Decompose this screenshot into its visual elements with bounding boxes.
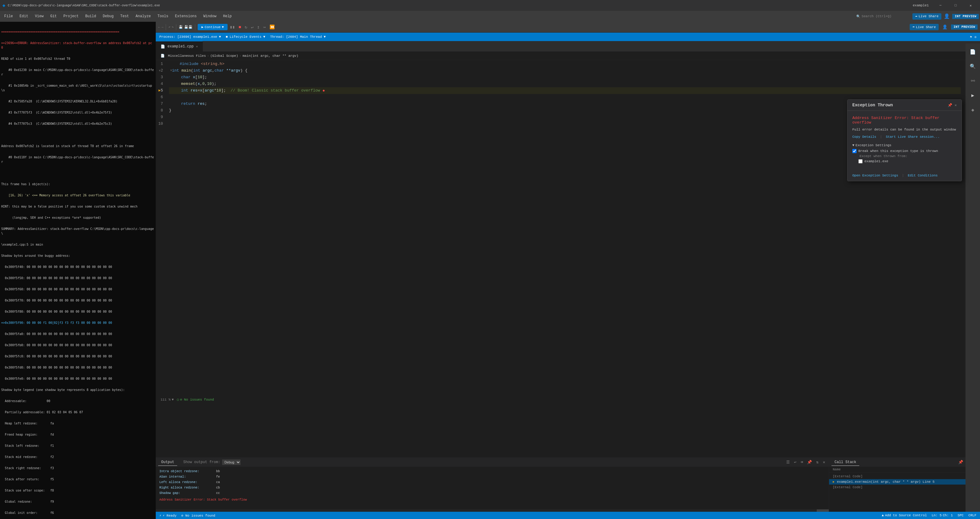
- breadcrumb-function[interactable]: main(int argc, char ** argv): [243, 54, 299, 58]
- menu-item-view[interactable]: View: [32, 13, 47, 20]
- menu-item-project[interactable]: Project: [60, 13, 81, 20]
- error-dot-icon: ●: [322, 87, 325, 94]
- code-line-7[interactable]: return res ;: [169, 101, 963, 107]
- back-icon[interactable]: ←: [158, 26, 160, 29]
- tab-close-button[interactable]: ✕: [196, 45, 198, 48]
- activity-debug-icon[interactable]: ▶: [967, 89, 979, 102]
- menu-item-tools[interactable]: Tools: [154, 13, 172, 20]
- code-line-10[interactable]: [169, 121, 963, 127]
- var-argv: **argv: [226, 67, 240, 74]
- callstack-row-external1[interactable]: [External Code]: [829, 474, 980, 479]
- redo-icon[interactable]: ↷: [172, 25, 174, 29]
- output-wrap-icon[interactable]: ↩: [793, 459, 798, 465]
- search-placeholder[interactable]: Search (Ctrl+Q): [862, 14, 892, 18]
- exception-settings-title[interactable]: ▼ Exception Settings: [852, 144, 957, 147]
- minimize-button[interactable]: ─: [934, 0, 947, 11]
- step-out-icon[interactable]: ↣: [262, 24, 267, 30]
- code-line-3[interactable]: char x [ 10 ];: [169, 74, 963, 81]
- lifecycle-selector[interactable]: ■ Lifecycle Events ▼: [226, 35, 265, 39]
- step-back-icon[interactable]: ⏪: [268, 24, 276, 30]
- code-line-6[interactable]: [169, 94, 963, 101]
- code-line-9[interactable]: [169, 114, 963, 121]
- lifecycle-dropdown-icon: ▼: [263, 35, 265, 39]
- bookmark-icon[interactable]: ⚑: [970, 35, 972, 39]
- stop-icon[interactable]: ■: [237, 24, 242, 30]
- close-button[interactable]: ✕: [964, 0, 978, 11]
- output-scroll-area[interactable]: [156, 509, 829, 512]
- activity-search-icon[interactable]: 🔍: [967, 61, 979, 72]
- pin-icon[interactable]: 📌: [948, 103, 952, 107]
- output-list-icon[interactable]: ☰: [785, 459, 791, 465]
- edit-conditions-link[interactable]: Edit Conditions: [908, 174, 938, 177]
- thread-selector[interactable]: Thread: [2604] Main Thread ▼: [270, 35, 326, 39]
- settings-debug-icon[interactable]: ⚙: [974, 35, 976, 39]
- output-tab[interactable]: Output: [158, 459, 177, 466]
- status-encoding[interactable]: CRLF: [969, 514, 976, 517]
- live-share-toolbar-icon: ➦: [913, 25, 915, 29]
- callstack-tab[interactable]: Call Stack: [832, 459, 859, 466]
- example-exe-checkbox[interactable]: [858, 159, 862, 163]
- output-pin-icon[interactable]: 📌: [806, 459, 813, 465]
- live-share-button[interactable]: ➦ Live Share: [912, 13, 942, 20]
- activity-source-control-icon[interactable]: ⚯: [967, 75, 979, 87]
- status-spaces[interactable]: SPC: [958, 514, 964, 517]
- save-all-icon[interactable]: 💾💾: [184, 25, 192, 29]
- output-close-icon[interactable]: ✕: [821, 459, 826, 465]
- activity-extensions-icon[interactable]: ◆: [967, 104, 979, 116]
- exception-close-icon[interactable]: ✕: [955, 103, 957, 107]
- menu-item-help[interactable]: Help: [220, 13, 235, 20]
- code-line-4[interactable]: memset ( x , 0 , 10 );: [169, 81, 963, 87]
- code-line-8[interactable]: }: [169, 107, 963, 114]
- code-editor[interactable]: 1 ▼ 2 3 4: [156, 60, 980, 457]
- terminal-line: Global init order: f6: [1, 511, 154, 515]
- step-over-icon[interactable]: ↵: [250, 24, 255, 30]
- status-debug-label[interactable]: ⚡ ⚡ Ready: [159, 514, 177, 517]
- activity-explorer-icon[interactable]: 📄: [967, 46, 979, 58]
- code-lines[interactable]: #include <string.h> ▼ int main: [167, 60, 965, 457]
- live-share-toolbar-button[interactable]: ➦ Live Share: [910, 24, 939, 30]
- menu-item-extensions[interactable]: Extensions: [172, 13, 200, 20]
- break-exception-checkbox[interactable]: [852, 149, 857, 153]
- live-share-icon: ➦: [915, 14, 918, 18]
- exception-error-type: Address Sanitizer Error: Stack buffer ov…: [852, 116, 957, 125]
- account-icon[interactable]: 👤: [944, 13, 950, 19]
- breadcrumb-scope[interactable]: (Global Scope): [210, 54, 238, 58]
- save-icon[interactable]: 💾: [179, 25, 183, 29]
- output-clear-icon[interactable]: ⌫: [800, 459, 804, 465]
- undo-icon[interactable]: ↶: [169, 25, 170, 29]
- callstack-pin-icon[interactable]: 📌: [957, 459, 964, 465]
- output-expand-icon[interactable]: ⇅: [815, 459, 820, 465]
- status-line-col[interactable]: Ln: 5 Ch: 1: [932, 514, 953, 517]
- menu-item-edit[interactable]: Edit: [17, 13, 32, 20]
- menu-item-analyze[interactable]: Analyze: [132, 13, 154, 20]
- menu-item-git[interactable]: Git: [47, 13, 60, 20]
- status-no-issues[interactable]: ⊘ No issues found: [181, 514, 215, 517]
- callstack-row-external2[interactable]: [External Code]: [829, 485, 980, 490]
- code-line-5[interactable]: int res = x [ argc * 10 ]; // Bo: [169, 87, 963, 94]
- pause-icon[interactable]: ▮▮: [229, 24, 236, 30]
- copy-details-link[interactable]: Copy Details: [852, 135, 876, 139]
- status-add-source-control[interactable]: ▲ Add to Source Control: [882, 514, 927, 517]
- menu-item-test[interactable]: Test: [118, 13, 132, 20]
- account-toolbar-icon[interactable]: 👤: [942, 24, 947, 30]
- zoom-status[interactable]: 111 % ▼: [161, 398, 174, 401]
- output-source-select[interactable]: Debug: [222, 460, 240, 465]
- continue-button[interactable]: ▶ Continue ▼: [198, 24, 227, 30]
- step-into-icon[interactable]: ↥: [256, 24, 261, 30]
- forward-icon[interactable]: →: [161, 26, 164, 29]
- open-exception-settings-link[interactable]: Open Exception Settings: [852, 174, 898, 177]
- code-line-1[interactable]: #include <string.h>: [169, 61, 963, 67]
- breadcrumb-file-source[interactable]: 📄 Miscellaneous Files: [161, 54, 206, 58]
- code-line-2[interactable]: ▼ int main ( int argc , char: [169, 67, 963, 74]
- tab-example1cpp[interactable]: 📄 example1.cpp ✕: [156, 41, 203, 52]
- start-live-share-link[interactable]: Start Live Share session...: [886, 135, 940, 139]
- process-selector[interactable]: Process: [23696] example1.exe ▼: [159, 35, 221, 39]
- maximize-button[interactable]: □: [948, 0, 963, 11]
- menu-item-debug[interactable]: Debug: [100, 13, 116, 20]
- menu-item-file[interactable]: File: [1, 13, 16, 20]
- menu-item-build[interactable]: Build: [82, 13, 99, 20]
- restart-icon[interactable]: ↻: [243, 24, 248, 30]
- var-res2: res: [198, 101, 205, 107]
- menu-item-window[interactable]: Window: [200, 13, 220, 20]
- callstack-row-main[interactable]: ► example1.exe!main(int argc, char * * a…: [829, 479, 980, 485]
